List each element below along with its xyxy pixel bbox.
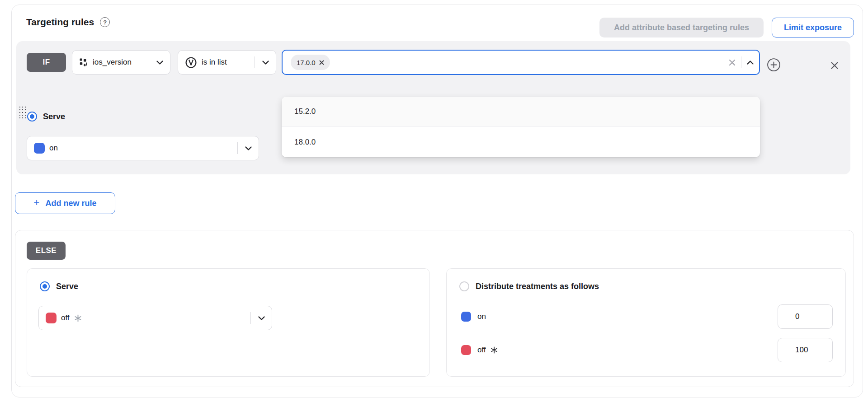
clear-values-button[interactable] <box>729 59 736 66</box>
treatment-name: off <box>61 313 70 323</box>
percentage-input-off[interactable] <box>778 338 833 362</box>
page-title: Targeting rules <box>26 17 94 28</box>
help-icon[interactable]: ? <box>100 17 110 27</box>
matcher-value: is in list <box>202 58 255 67</box>
else-badge: ELSE <box>27 242 66 260</box>
distribution-row: off <box>461 337 833 363</box>
else-serve-head: Serve <box>40 281 78 291</box>
page: { "header": { "title": "Targeting rules"… <box>0 0 868 402</box>
targeting-rules-panel: Targeting rules ? Add attribute based ta… <box>11 5 863 397</box>
chevron-down-icon <box>156 61 163 65</box>
if-badge: IF <box>27 53 66 72</box>
chip-remove-icon[interactable] <box>319 60 324 65</box>
values-dropdown-menu: 15.2.0 18.0.0 <box>282 97 760 157</box>
else-serve-label: Serve <box>56 282 78 291</box>
attribute-icon <box>79 58 88 67</box>
distribute-head: Distribute treatments as follows <box>459 281 599 291</box>
rule-actions-strip <box>818 41 850 174</box>
targeting-rule-card: IF ios_version is in list <box>16 41 850 174</box>
version-matcher-icon <box>185 56 197 69</box>
default-treatment-icon <box>491 346 498 354</box>
rule-serve-row: Serve <box>27 112 65 122</box>
else-card: ELSE Serve off <box>15 230 854 387</box>
select-divider <box>741 56 741 68</box>
limit-exposure-button[interactable]: Limit exposure <box>772 18 854 37</box>
add-new-rule-button[interactable]: + Add new rule <box>15 192 115 214</box>
value-chip: 17.0.0 <box>291 55 330 70</box>
treatment-select-caret[interactable] <box>238 146 259 150</box>
attribute-select[interactable]: ios_version <box>72 50 170 75</box>
chevron-down-icon <box>258 316 265 320</box>
else-distribute-panel: Distribute treatments as follows on off <box>446 268 846 377</box>
chevron-up-icon <box>747 61 754 65</box>
treatment-name: on <box>49 144 237 153</box>
values-multiselect[interactable]: 17.0.0 <box>282 50 760 75</box>
chevron-down-icon <box>245 146 252 150</box>
plus-circle-icon <box>767 58 781 72</box>
chevron-down-icon <box>262 61 269 65</box>
else-treatment-select[interactable]: off <box>38 306 272 330</box>
add-condition-button[interactable] <box>767 58 781 72</box>
clear-icon <box>729 59 736 66</box>
dropdown-option[interactable]: 18.0.0 <box>282 127 760 157</box>
matcher-select-caret[interactable] <box>255 61 276 65</box>
matcher-select[interactable]: is in list <box>178 50 276 75</box>
treatment-select[interactable]: on <box>27 136 259 160</box>
dropdown-option[interactable]: 15.2.0 <box>282 97 760 127</box>
collapse-options-button[interactable] <box>747 61 754 65</box>
distribute-radio[interactable] <box>459 281 469 291</box>
distribution-row: on <box>461 304 833 329</box>
value-chip-label: 17.0.0 <box>297 59 316 66</box>
treatment-swatch <box>46 313 57 323</box>
close-icon <box>830 61 839 70</box>
add-new-rule-label: Add new rule <box>45 199 96 208</box>
distribute-label: Distribute treatments as follows <box>476 282 599 291</box>
remove-rule-button[interactable] <box>830 61 839 70</box>
serve-radio[interactable] <box>27 112 37 122</box>
drag-handle[interactable] <box>19 106 26 119</box>
else-serve-radio[interactable] <box>40 281 50 291</box>
plus-icon: + <box>34 198 40 208</box>
treatment-swatch <box>461 312 471 322</box>
treatment-swatch <box>461 345 471 355</box>
treatment-name: off <box>477 346 486 355</box>
else-serve-panel: Serve off <box>27 268 430 377</box>
header-actions: Add attribute based targeting rules Limi… <box>599 18 854 37</box>
else-treatment-select-caret[interactable] <box>251 316 272 320</box>
treatment-name: on <box>477 312 486 321</box>
serve-label: Serve <box>43 112 65 122</box>
default-treatment-icon <box>74 314 82 322</box>
attribute-value: ios_version <box>93 58 149 67</box>
attribute-select-caret[interactable] <box>149 61 170 65</box>
add-attribute-rules-button[interactable]: Add attribute based targeting rules <box>599 18 764 37</box>
header: Targeting rules ? <box>26 17 110 28</box>
percentage-input-on[interactable] <box>778 304 833 329</box>
treatment-swatch <box>34 143 45 154</box>
